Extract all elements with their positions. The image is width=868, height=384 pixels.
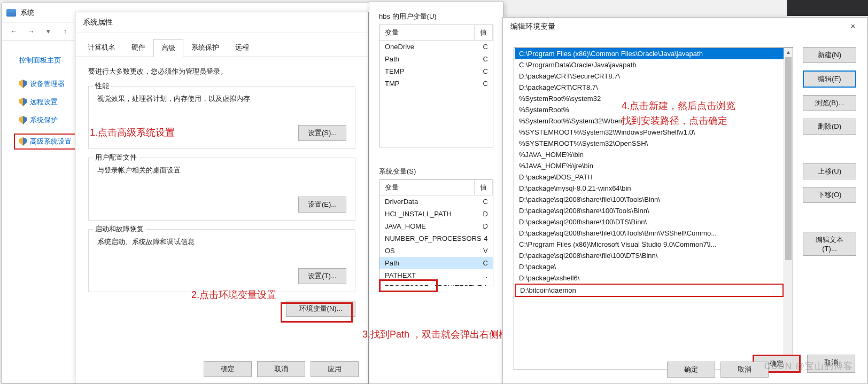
col-variable[interactable]: 变量: [379, 25, 475, 40]
watermark: CSDN @宝山的博客: [764, 360, 853, 372]
path-item[interactable]: D:\package\sql2008\share\100\Tools\Binn\: [515, 205, 784, 216]
underlying-cancel-button[interactable]: 取消: [720, 362, 769, 378]
list-row: TMPC: [379, 77, 493, 90]
dialog-title: 系统属性: [75, 12, 368, 33]
environment-variables-dialog: hbs 的用户变量(U) 变量 值 OneDriveC PathC TEMPC …: [369, 2, 503, 384]
user-vars-label: hbs 的用户变量(U): [379, 12, 493, 21]
performance-group: 性能 视觉效果，处理器计划，内存使用，以及虚拟内存 设置(S)...: [88, 86, 355, 149]
tab-computer-name[interactable]: 计算机名: [80, 38, 123, 57]
path-item[interactable]: D:\package\mysql-8.0.21-winx64\bin: [515, 183, 784, 194]
tab-remote[interactable]: 远程: [227, 38, 257, 57]
group-title: 用户配置文件: [93, 153, 139, 162]
apply-button[interactable]: 应用: [311, 361, 359, 377]
path-list[interactable]: C:\Program Files (x86)\Common Files\Orac…: [514, 47, 793, 370]
group-desc: 与登录帐户相关的桌面设置: [97, 166, 346, 175]
annotation-4b: 找到安装路径，点击确定: [622, 114, 727, 127]
dialog-body: 要进行大多数更改，您必须作为管理员登录。 性能 视觉效果，处理器计划，内存使用，…: [75, 57, 368, 326]
list-row: DriverDataC: [379, 195, 493, 208]
path-item[interactable]: %JAVA_HOME%\jre\bin: [515, 160, 784, 171]
profiles-settings-button[interactable]: 设置(E)...: [298, 197, 346, 213]
move-down-button[interactable]: 下移(O): [803, 187, 856, 203]
ok-button[interactable]: 确定: [204, 361, 252, 377]
path-item[interactable]: D:\package\CRT\SecureCRT8.7\: [515, 70, 784, 82]
path-item[interactable]: D:\package\sql2008\share\file\100\Tools\…: [515, 194, 784, 205]
scrollbar-thumb[interactable]: [785, 57, 792, 260]
button-column: 新建(N) 编辑(E) 浏览(B)... 删除(D) 上移(U) 下移(O) 编…: [803, 47, 856, 370]
delete-button[interactable]: 删除(D): [803, 119, 856, 135]
path-item[interactable]: D:\package\sql2008\share\100\DTS\Binn\: [515, 216, 784, 228]
startup-recovery-group: 启动和故障恢复 系统启动、系统故障和调试信息 设置(T)...: [88, 229, 355, 292]
nav-fwd-icon[interactable]: →: [24, 25, 38, 38]
group-desc: 系统启动、系统故障和调试信息: [97, 237, 346, 247]
group-title: 启动和故障恢复: [93, 224, 146, 234]
scroll-up-icon[interactable]: ▲: [784, 48, 793, 57]
tab-bar: 计算机名 硬件 高级 系统保护 远程: [75, 38, 368, 57]
group-title: 性能: [93, 81, 111, 91]
shield-icon: [19, 80, 27, 88]
user-vars-list[interactable]: 变量 值 OneDriveC PathC TEMPC TMPC: [379, 25, 493, 147]
group-desc: 视觉效果，处理器计划，内存使用，以及虚拟内存: [97, 94, 346, 104]
shield-icon: [19, 116, 27, 124]
system-properties-dialog: 系统属性 计算机名 硬件 高级 系统保护 远程 要进行大多数更改，您必须作为管理…: [75, 12, 369, 384]
annotation-4a: 4.点击新建，然后点击浏览: [622, 99, 735, 112]
list-row: OneDriveC: [379, 41, 493, 53]
path-item[interactable]: D:\package\: [515, 261, 784, 272]
window-title: 系统: [20, 8, 34, 18]
dialog-footer: 确定 取消 应用: [75, 355, 368, 383]
tab-hardware[interactable]: 硬件: [123, 38, 153, 57]
path-item[interactable]: C:\Program Files (x86)\Microsoft Visual …: [515, 239, 784, 250]
path-item[interactable]: %JAVA_HOME%\bin: [515, 149, 784, 160]
path-item[interactable]: D:\package\xshell6\: [515, 272, 784, 284]
list-row: NUMBER_OF_PROCESSORS4: [379, 232, 493, 245]
shield-icon: [19, 98, 27, 106]
path-item[interactable]: C:\Program Files (x86)\Common Files\Orac…: [515, 48, 784, 59]
new-button[interactable]: 新建(N): [803, 47, 856, 63]
edit-button[interactable]: 编辑(E): [803, 70, 856, 88]
close-icon[interactable]: ×: [847, 22, 859, 32]
list-row: OSV: [379, 245, 493, 257]
edit-text-button[interactable]: 编辑文本(T)...: [803, 232, 856, 256]
path-item[interactable]: D:\package\CRT\CRT8.7\: [515, 82, 784, 93]
tab-advanced[interactable]: 高级: [153, 39, 183, 57]
col-variable[interactable]: 变量: [379, 180, 475, 195]
nav-back-icon[interactable]: ←: [6, 25, 21, 38]
startup-settings-button[interactable]: 设置(T)...: [298, 268, 346, 284]
dialog-title: 编辑环境变量 ×: [503, 18, 867, 36]
edit-env-var-dialog: 编辑环境变量 × C:\Program Files (x86)\Common F…: [502, 17, 867, 384]
red-highlight-path-row: [379, 279, 438, 292]
col-value[interactable]: 值: [475, 25, 493, 40]
cancel-button[interactable]: 取消: [257, 361, 305, 377]
annotation-3: 3.找到Path ，双击就会弹出右侧框: [362, 328, 508, 341]
user-profiles-group: 用户配置文件 与登录帐户相关的桌面设置 设置(E)...: [88, 158, 355, 221]
dark-background-strip: [787, 0, 868, 16]
path-item-highlighted[interactable]: D:\bitcoin\daemon: [515, 284, 784, 297]
path-item[interactable]: D:\package\DOS_PATH: [515, 171, 784, 183]
list-row: HCL_INSTALL_PATHD: [379, 208, 493, 220]
annotation-1: 1.点击高级系统设置: [90, 126, 175, 139]
performance-settings-button[interactable]: 设置(S)...: [298, 125, 346, 141]
annotation-2: 2.点击环境变量设置: [191, 288, 276, 301]
path-item[interactable]: C:\ProgramData\Oracle\Java\javapath: [515, 59, 784, 70]
red-highlight-envbtn: [281, 302, 353, 323]
nav-up-icon[interactable]: ↑: [58, 25, 73, 38]
tab-system-protection[interactable]: 系统保护: [183, 38, 227, 57]
nav-dropdown-icon[interactable]: ▾: [41, 25, 56, 38]
path-item[interactable]: D:\package\sql2008\share\file\100\DTS\Bi…: [515, 250, 784, 261]
system-vars-list[interactable]: 变量 值 DriverDataC HCL_INSTALL_PATHD JAVA_…: [379, 179, 493, 286]
list-row: TEMPC: [379, 65, 493, 77]
shield-icon: [19, 137, 27, 146]
browse-button[interactable]: 浏览(B)...: [803, 95, 856, 111]
move-up-button[interactable]: 上移(U): [803, 163, 856, 179]
list-row: JAVA_HOMED: [379, 220, 493, 232]
system-vars-label: 系统变量(S): [379, 167, 493, 176]
scrollbar[interactable]: ▲ ▼: [784, 48, 793, 370]
path-item[interactable]: %SYSTEMROOT%\System32\OpenSSH\: [515, 138, 784, 149]
admin-note: 要进行大多数更改，您必须作为管理员登录。: [88, 67, 355, 76]
system-icon: [6, 9, 16, 17]
col-value[interactable]: 值: [475, 180, 493, 195]
underlying-ok-button[interactable]: 确定: [667, 362, 715, 378]
path-item[interactable]: %SYSTEMROOT%\System32\WindowsPowerShell\…: [515, 127, 784, 138]
list-row: PathC: [379, 53, 493, 65]
list-row-path[interactable]: PathC: [379, 257, 493, 269]
path-item[interactable]: D:\package\sql2008\share\file\100\Tools\…: [515, 228, 784, 239]
